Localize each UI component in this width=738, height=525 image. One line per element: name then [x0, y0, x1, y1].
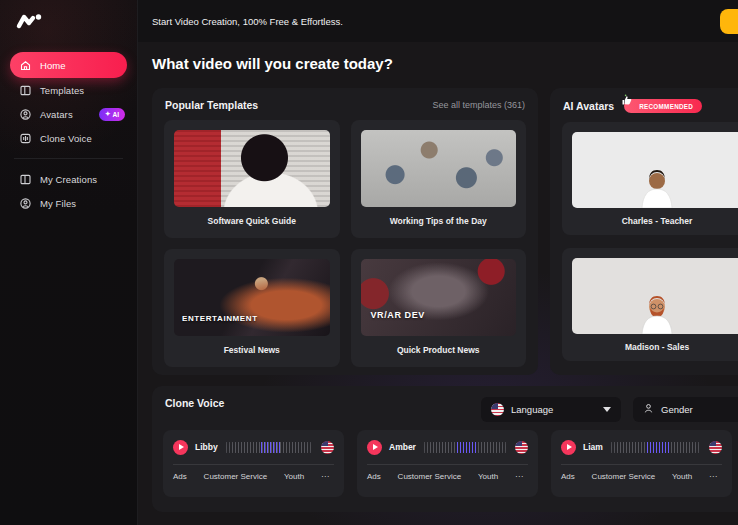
sidebar-item-my-creations[interactable]: My Creations: [10, 167, 127, 191]
template-label: Quick Product News: [351, 345, 527, 355]
template-grid: Software Quick Guide Working Tips of the…: [152, 120, 538, 367]
thumbnail-overlay-text: ENTERTAINMENT: [182, 314, 258, 323]
avatar-card-charles[interactable]: Charles - Teacher: [562, 122, 738, 235]
templates-icon: [19, 84, 32, 97]
creations-icon: [19, 173, 32, 186]
sidebar-item-my-files[interactable]: My Files: [10, 191, 127, 215]
voice-name: Amber: [389, 442, 416, 452]
voice-card-libby[interactable]: Libby Ads Customer Service Youth ⋯: [163, 430, 344, 497]
voice-card-amber[interactable]: Amber Ads Customer Service Youth ⋯: [357, 430, 538, 497]
sidebar-item-templates[interactable]: Templates: [10, 78, 127, 102]
voice-tag[interactable]: Ads: [173, 472, 187, 481]
sidebar-item-label: My Files: [40, 198, 76, 209]
sidebar: Home Templates Avatars ✦AI Clone Voice: [0, 0, 138, 525]
home-icon: [19, 59, 32, 72]
sidebar-item-clone-voice[interactable]: Clone Voice: [10, 126, 127, 150]
files-icon: [19, 197, 32, 210]
voice-tag[interactable]: Customer Service: [204, 472, 268, 481]
template-thumbnail: [174, 130, 330, 207]
voice-tags: Ads Customer Service Youth ⋯: [357, 465, 538, 481]
voice-card-top: Amber: [357, 430, 538, 464]
voice-card-top: Liam: [551, 430, 732, 464]
app-logo[interactable]: [15, 12, 45, 32]
voice-tags: Ads Customer Service Youth ⋯: [551, 465, 732, 481]
sidebar-item-label: Home: [40, 60, 66, 71]
thumbnail-overlay-text: VR/AR DEV: [371, 310, 425, 320]
popular-templates-header: Popular Templates See all templates (361…: [152, 88, 538, 120]
popular-templates-panel: Popular Templates See all templates (361…: [152, 88, 538, 375]
language-filter-label: Language: [511, 404, 553, 415]
more-tags-button[interactable]: ⋯: [321, 472, 330, 481]
cta-button[interactable]: [720, 9, 738, 34]
section-title: Popular Templates: [165, 99, 258, 111]
us-flag-icon: [491, 403, 504, 416]
waveform: [226, 442, 313, 453]
chevron-down-icon: [603, 407, 611, 412]
ai-avatars-header: AI Avatars RECOMMENDED: [550, 88, 738, 122]
topbar: Start Video Creation, 100% Free & Effort…: [138, 0, 738, 42]
ai-badge: ✦AI: [99, 108, 125, 121]
voice-tag[interactable]: Ads: [367, 472, 381, 481]
sidebar-divider: [14, 158, 123, 159]
voice-card-liam[interactable]: Liam Ads Customer Service Youth ⋯: [551, 430, 732, 497]
play-button[interactable]: [561, 440, 576, 455]
sidebar-item-label: Templates: [40, 85, 84, 96]
recommended-badge: RECOMMENDED: [624, 99, 702, 113]
us-flag-icon: [321, 441, 334, 454]
sidebar-nav: Home Templates Avatars ✦AI Clone Voice: [0, 52, 137, 215]
voice-tag[interactable]: Customer Service: [398, 472, 462, 481]
avatar-label: Madison - Sales: [572, 342, 738, 352]
template-thumbnail: ENTERTAINMENT: [174, 259, 330, 336]
us-flag-icon: [515, 441, 528, 454]
voice-tags: Ads Customer Service Youth ⋯: [163, 465, 344, 481]
waveform: [424, 442, 507, 453]
avatar-image: [572, 258, 738, 334]
voice-tag[interactable]: Youth: [478, 472, 498, 481]
avatar-image: [572, 132, 738, 208]
play-button[interactable]: [367, 440, 382, 455]
sidebar-item-avatars[interactable]: Avatars ✦AI: [10, 102, 127, 126]
see-all-templates-link[interactable]: See all templates (361): [432, 100, 525, 110]
clone-voice-panel: Clone Voice Language Gender Libby: [152, 386, 738, 512]
play-button[interactable]: [173, 440, 188, 455]
template-thumbnail: [361, 130, 517, 207]
voice-card-top: Libby: [163, 430, 344, 464]
ai-avatars-panel: AI Avatars RECOMMENDED: [550, 88, 738, 375]
app-window: Home Templates Avatars ✦AI Clone Voice: [0, 0, 738, 525]
template-card-software-quick-guide[interactable]: Software Quick Guide: [164, 120, 340, 238]
sparkle-icon: ✦: [105, 110, 110, 118]
topbar-tagline: Start Video Creation, 100% Free & Effort…: [138, 16, 343, 27]
template-thumbnail: VR/AR DEV: [361, 259, 517, 336]
voice-tag[interactable]: Customer Service: [592, 472, 656, 481]
voice-tag[interactable]: Youth: [672, 472, 692, 481]
more-tags-button[interactable]: ⋯: [709, 472, 718, 481]
template-label: Festival News: [164, 345, 340, 355]
template-label: Software Quick Guide: [164, 216, 340, 226]
sidebar-item-label: Avatars: [40, 109, 73, 120]
ai-badge-label: AI: [113, 111, 120, 118]
voice-sliders-icon: [19, 132, 32, 145]
logo-mark: [15, 12, 43, 31]
thumbs-up-icon: [621, 94, 633, 106]
voice-tag[interactable]: Youth: [284, 472, 304, 481]
more-tags-button[interactable]: ⋯: [515, 472, 524, 481]
gender-filter-dropdown[interactable]: Gender: [633, 397, 738, 422]
avatar-card-madison[interactable]: Madison - Sales: [562, 248, 738, 361]
language-filter-dropdown[interactable]: Language: [481, 397, 621, 422]
voice-card-row: Libby Ads Customer Service Youth ⋯: [163, 430, 732, 497]
template-card-festival-news[interactable]: ENTERTAINMENT Festival News: [164, 249, 340, 367]
gender-filter-label: Gender: [661, 404, 693, 415]
page-title: What video will you create today?: [152, 55, 393, 72]
avatar-icon: [19, 108, 32, 121]
sidebar-item-home[interactable]: Home: [10, 52, 127, 78]
template-card-working-tips[interactable]: Working Tips of the Day: [351, 120, 527, 238]
template-card-quick-product-news[interactable]: VR/AR DEV Quick Product News: [351, 249, 527, 367]
sidebar-item-label: My Creations: [40, 174, 97, 185]
avatar-person-illustration: [625, 168, 689, 208]
section-title: Clone Voice: [165, 397, 224, 409]
avatar-person-illustration: [625, 294, 689, 334]
voice-tag[interactable]: Ads: [561, 472, 575, 481]
main-content: What video will you create today? Popula…: [138, 42, 738, 525]
avatar-label: Charles - Teacher: [572, 216, 738, 226]
template-label: Working Tips of the Day: [351, 216, 527, 226]
